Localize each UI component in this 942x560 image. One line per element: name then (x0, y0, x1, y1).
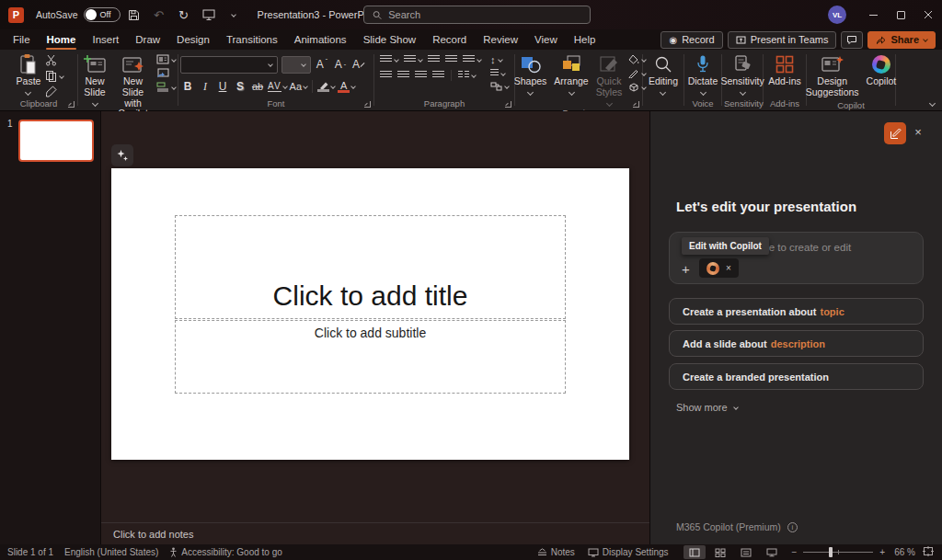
suggestion-branded-presentation[interactable]: Create a branded presentation (669, 363, 924, 390)
text-shadow-button[interactable]: S (233, 79, 247, 95)
collapse-ribbon-chevron-icon[interactable] (929, 100, 936, 107)
share-button[interactable]: Share (867, 31, 936, 49)
autosave-toggle[interactable]: Off (84, 7, 121, 22)
copilot-new-chat-button[interactable] (884, 122, 906, 144)
language-indicator[interactable]: English (United States) (64, 547, 158, 557)
align-text-button[interactable] (490, 69, 509, 78)
text-direction-chevron-icon[interactable] (498, 57, 503, 63)
user-avatar[interactable]: VL (828, 6, 846, 24)
subtitle-placeholder[interactable]: Click to add subtitle (175, 320, 566, 394)
slide-thumbnail[interactable] (18, 120, 94, 162)
bullets-chevron-icon[interactable] (394, 57, 399, 63)
section-chevron-icon[interactable] (171, 85, 177, 90)
font-size-combo[interactable] (281, 56, 311, 74)
cut-button[interactable] (45, 54, 63, 66)
paragraph-dialog-launcher[interactable] (505, 101, 511, 108)
columns-button[interactable] (458, 71, 476, 80)
paste-button[interactable]: Paste (14, 52, 44, 96)
minimize-button[interactable] (859, 0, 887, 29)
maximize-button[interactable] (887, 0, 914, 29)
search-input[interactable] (388, 9, 581, 20)
new-slide-with-copilot-button[interactable]: New Slide with Copilot (111, 52, 155, 120)
align-right-button[interactable] (415, 71, 427, 80)
slide-sorter-view-button[interactable] (709, 545, 731, 559)
record-button[interactable]: ◉ Record (661, 31, 722, 49)
tab-animations[interactable]: Animations (286, 29, 355, 50)
editing-button[interactable]: Editing (646, 52, 681, 96)
clear-formatting-button[interactable]: A (351, 57, 366, 73)
zoom-in-button[interactable]: + (879, 547, 885, 557)
notes-toggle-button[interactable]: Notes (537, 547, 575, 557)
notes-area[interactable]: Click to add notes (101, 522, 649, 544)
remove-chip-button[interactable]: × (726, 263, 731, 273)
text-direction-button[interactable]: ↕ (490, 54, 509, 65)
tab-review[interactable]: Review (475, 29, 526, 50)
undo-button[interactable]: ↶ (148, 4, 170, 26)
copilot-context-chip[interactable]: × (699, 258, 739, 278)
clipboard-dialog-launcher[interactable] (68, 101, 75, 108)
close-window-button[interactable] (914, 0, 942, 29)
bold-button[interactable]: B (180, 79, 195, 95)
underline-button[interactable]: U (215, 79, 230, 95)
redo-button[interactable]: ↻ (173, 4, 195, 26)
tab-view[interactable]: View (526, 29, 566, 50)
editing-chevron-icon[interactable] (660, 89, 666, 96)
change-case-button[interactable]: Aa (290, 79, 307, 95)
slide-layout-button[interactable] (156, 54, 176, 64)
convert-smartart-button[interactable] (490, 82, 509, 91)
line-spacing-button[interactable] (463, 55, 481, 64)
character-spacing-button[interactable]: AV (268, 79, 287, 95)
bullets-button[interactable] (380, 55, 398, 64)
slideshow-view-button[interactable] (761, 545, 783, 559)
font-color-button[interactable]: A (338, 79, 355, 95)
line-spacing-chevron-icon[interactable] (477, 57, 482, 63)
align-left-button[interactable] (380, 71, 392, 80)
italic-button[interactable]: I (198, 79, 213, 95)
sensitivity-chevron-icon[interactable] (739, 89, 745, 96)
present-in-teams-button[interactable]: Present in Teams (728, 31, 837, 49)
zoom-level[interactable]: 66 % (894, 547, 915, 557)
slide-counter[interactable]: Slide 1 of 1 (7, 547, 53, 557)
grow-font-button[interactable]: Aˆ (315, 57, 329, 73)
decrease-indent-button[interactable] (428, 55, 440, 64)
paste-chevron-icon[interactable] (25, 89, 31, 96)
arrange-chevron-icon[interactable] (568, 89, 574, 96)
shapes-chevron-icon[interactable] (527, 89, 534, 96)
customize-quick-access-button[interactable] (223, 4, 245, 26)
align-text-chevron-icon[interactable] (500, 71, 506, 76)
new-slide-chevron-icon[interactable] (91, 99, 98, 106)
numbering-button[interactable] (404, 55, 422, 64)
strikethrough-button[interactable]: ab (250, 79, 265, 95)
accessibility-status[interactable]: Accessibility: Good to go (169, 547, 282, 557)
arrange-button[interactable]: Arrange (551, 52, 591, 96)
copy-chevron-icon[interactable] (60, 74, 65, 79)
font-name-combo[interactable] (180, 56, 278, 74)
shapes-button[interactable]: Shapes (511, 52, 550, 96)
info-icon[interactable]: i (787, 522, 798, 532)
show-more-button[interactable]: Show more (676, 402, 738, 413)
display-settings-button[interactable]: Display Settings (588, 547, 669, 557)
copy-button[interactable] (45, 70, 63, 82)
justify-button[interactable] (432, 71, 444, 80)
addins-button[interactable]: Add-ins (765, 52, 804, 88)
layout-chevron-icon[interactable] (171, 57, 177, 63)
designer-button[interactable] (111, 144, 133, 166)
add-attachment-button[interactable]: + (682, 262, 690, 276)
suggestion-create-presentation[interactable]: Create a presentation about topic (669, 298, 924, 325)
zoom-slider-thumb[interactable] (829, 547, 833, 557)
zoom-slider[interactable] (803, 552, 873, 553)
section-button[interactable] (156, 82, 176, 92)
sensitivity-button[interactable]: Sensitivity (718, 52, 766, 96)
copilot-button[interactable]: Copilot (864, 52, 900, 88)
columns-chevron-icon[interactable] (471, 73, 477, 78)
font-dialog-launcher[interactable] (364, 101, 371, 108)
save-button[interactable] (123, 4, 145, 26)
tab-design[interactable]: Design (168, 29, 218, 50)
reading-view-button[interactable] (735, 545, 757, 559)
numbering-chevron-icon[interactable] (418, 57, 423, 63)
shrink-font-button[interactable]: Aˇ (333, 57, 348, 73)
tab-insert[interactable]: Insert (84, 29, 127, 50)
zoom-out-button[interactable]: − (792, 547, 798, 557)
search-box[interactable] (363, 6, 591, 24)
tab-transitions[interactable]: Transitions (218, 29, 286, 50)
